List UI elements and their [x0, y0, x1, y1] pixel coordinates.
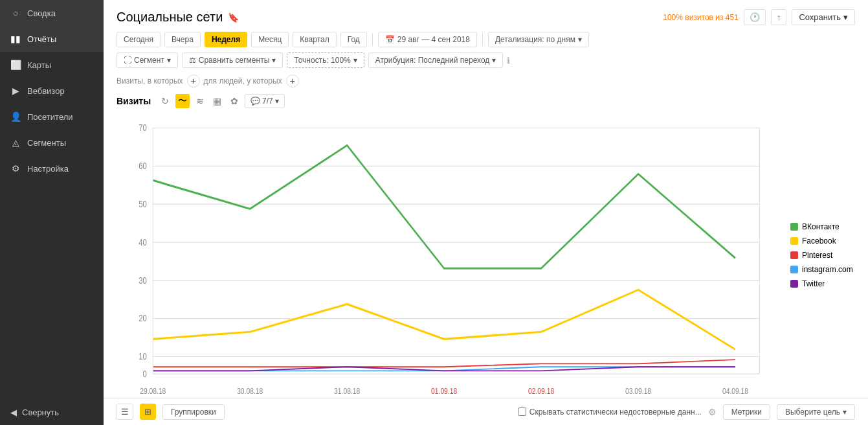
- tab-month[interactable]: Месяц: [251, 32, 289, 47]
- chevron-left-icon: ◀: [10, 408, 17, 417]
- visits-in-which-label: Визиты, в которых: [117, 76, 183, 86]
- attribution-button[interactable]: Атрибуция: Последний переход ▾: [368, 52, 504, 68]
- legend-item-pinterest[interactable]: Pinterest: [790, 251, 855, 260]
- webvisor-icon: ▶: [10, 86, 21, 96]
- sidebar-item-webvisor[interactable]: ▶ Вебвизор: [0, 78, 104, 104]
- header-left: Социальные сети 🔖: [117, 10, 239, 25]
- sidebar-item-reports[interactable]: ▮▮ Отчёты: [0, 26, 104, 52]
- legend-label-fb: Facebook: [802, 236, 836, 246]
- svg-text:0: 0: [143, 369, 147, 380]
- segment-button[interactable]: ⛶ Сегмент ▾: [117, 52, 178, 68]
- legend-item-instagram[interactable]: instagram.com: [790, 265, 855, 274]
- page-title: Социальные сети: [117, 10, 223, 25]
- sidebar-item-segments[interactable]: ◬ Сегменты: [0, 130, 104, 155]
- legend-item-vk[interactable]: ВКонтакте: [790, 222, 855, 231]
- series-count-label: 7/7: [262, 97, 273, 106]
- header-right: 100% визитов из 451 🕐 ↑ Сохранить ▾: [663, 9, 855, 25]
- tab-yesterday[interactable]: Вчера: [164, 32, 201, 47]
- add-condition-button[interactable]: +: [187, 75, 200, 87]
- sidebar-item-summary[interactable]: ○ Сводка: [0, 0, 104, 26]
- date-range-button[interactable]: 📅 29 авг — 4 сен 2018: [378, 32, 477, 47]
- refresh-chart-button[interactable]: ↻: [159, 95, 172, 108]
- legend-label-pinterest: Pinterest: [802, 251, 832, 260]
- hide-stat-label[interactable]: Скрывать статистически недостоверные дан…: [518, 408, 702, 417]
- main-content: Социальные сети 🔖 100% визитов из 451 🕐 …: [104, 0, 868, 425]
- hide-stat-text: Скрывать статистически недостоверные дан…: [529, 408, 702, 417]
- compare-segments-button[interactable]: ⚖ Сравнить сегменты ▾: [182, 52, 284, 68]
- sidebar-item-visitors[interactable]: 👤 Посетители: [0, 104, 104, 130]
- svg-rect-23: [153, 128, 759, 374]
- save-button[interactable]: Сохранить ▾: [792, 9, 855, 25]
- svg-text:50: 50: [139, 199, 147, 210]
- legend-color-twitter: [790, 280, 798, 288]
- sidebar-item-settings[interactable]: ⚙ Настройка: [0, 155, 104, 181]
- area-chart-button[interactable]: ≋: [194, 95, 206, 108]
- hide-stat-checkbox[interactable]: [518, 408, 526, 416]
- svg-text:03.09.18: 03.09.18: [625, 386, 651, 396]
- sidebar: ○ Сводка ▮▮ Отчёты ⬜ Карты ▶ Вебвизор 👤 …: [0, 0, 104, 425]
- visitors-icon: 👤: [10, 111, 21, 122]
- goal-chevron-icon: ▾: [843, 408, 847, 417]
- detail-label: Детализация: по дням: [495, 35, 575, 44]
- summary-icon: ○: [10, 8, 21, 18]
- goal-label: Выберите цель: [785, 408, 840, 417]
- gear-icon[interactable]: ⚙: [708, 407, 717, 417]
- goal-button[interactable]: Выберите цель ▾: [777, 404, 855, 420]
- bubble-icon: 💬: [250, 97, 260, 106]
- groupings-button[interactable]: Группировки: [162, 404, 225, 420]
- attribution-label: Атрибуция: Последний переход: [375, 56, 490, 65]
- svg-text:29.08.18: 29.08.18: [140, 386, 166, 396]
- legend-color-vk: [790, 223, 798, 231]
- svg-text:02.09.18: 02.09.18: [528, 386, 554, 396]
- tab-today[interactable]: Сегодня: [117, 32, 161, 47]
- tab-year[interactable]: Год: [340, 32, 367, 47]
- sidebar-label-reports: Отчёты: [27, 34, 56, 44]
- chart-wrapper: 70 60 50 40 30 20 10 0 29.08.18 30.08.18…: [117, 112, 784, 398]
- filter-bar: ⛶ Сегмент ▾ ⚖ Сравнить сегменты ▾ Точнос…: [104, 47, 868, 68]
- list-view-button[interactable]: ☰: [117, 404, 133, 420]
- legend-item-fb[interactable]: Facebook: [790, 236, 855, 246]
- detail-button[interactable]: Детализация: по дням ▾: [488, 32, 589, 47]
- sidebar-label-webvisor: Вебвизор: [27, 86, 65, 96]
- history-button[interactable]: 🕐: [744, 9, 766, 25]
- scatter-chart-button[interactable]: ✿: [228, 95, 241, 108]
- compare-icon: ⚖: [189, 56, 196, 65]
- series-count-button[interactable]: 💬 7/7 ▾: [245, 94, 285, 108]
- line-chart-button[interactable]: 〜: [175, 94, 190, 108]
- bookmark-icon[interactable]: 🔖: [228, 12, 239, 23]
- share-button[interactable]: ↑: [771, 9, 787, 25]
- metrics-button[interactable]: Метрики: [723, 404, 770, 420]
- metrics-label: Метрики: [731, 408, 762, 417]
- svg-text:30.08.18: 30.08.18: [237, 386, 263, 396]
- bar-chart-button[interactable]: ▦: [210, 95, 224, 108]
- svg-text:60: 60: [139, 161, 147, 172]
- svg-text:40: 40: [139, 236, 147, 247]
- visits-info: 100% визитов из 451: [663, 13, 739, 22]
- maps-icon: ⬜: [10, 60, 21, 70]
- tab-quarter[interactable]: Квартал: [293, 32, 336, 47]
- legend-color-instagram: [790, 266, 798, 273]
- sidebar-label-segments: Сегменты: [27, 138, 66, 148]
- accuracy-button[interactable]: Точность: 100% ▾: [287, 52, 364, 68]
- sidebar-label-summary: Сводка: [27, 8, 56, 18]
- add-people-button[interactable]: +: [286, 75, 299, 87]
- segment-chevron-icon: ▾: [167, 56, 171, 65]
- legend-label-vk: ВКонтакте: [802, 222, 840, 231]
- page-header: Социальные сети 🔖 100% визитов из 451 🕐 …: [104, 0, 868, 25]
- tab-week[interactable]: Неделя: [205, 32, 247, 47]
- sidebar-collapse[interactable]: ◀ Свернуть: [0, 400, 104, 425]
- for-people-label: для людей, у которых: [204, 76, 282, 86]
- accuracy-chevron-icon: ▾: [353, 56, 357, 65]
- reports-icon: ▮▮: [10, 34, 21, 44]
- sidebar-label-visitors: Посетители: [27, 112, 73, 122]
- grid-view-button[interactable]: ⊞: [140, 404, 156, 420]
- svg-text:04.09.18: 04.09.18: [722, 386, 748, 396]
- chart-legend: ВКонтакте Facebook Pinterest instagram.c…: [784, 112, 855, 398]
- sidebar-item-maps[interactable]: ⬜ Карты: [0, 52, 104, 78]
- svg-text:01.09.18: 01.09.18: [431, 386, 457, 396]
- compare-chevron-icon: ▾: [272, 56, 276, 65]
- legend-item-twitter[interactable]: Twitter: [790, 279, 855, 288]
- detail-chevron-icon: ▾: [578, 35, 582, 44]
- segment-label: Сегмент: [134, 56, 164, 65]
- legend-label-instagram: instagram.com: [802, 265, 853, 274]
